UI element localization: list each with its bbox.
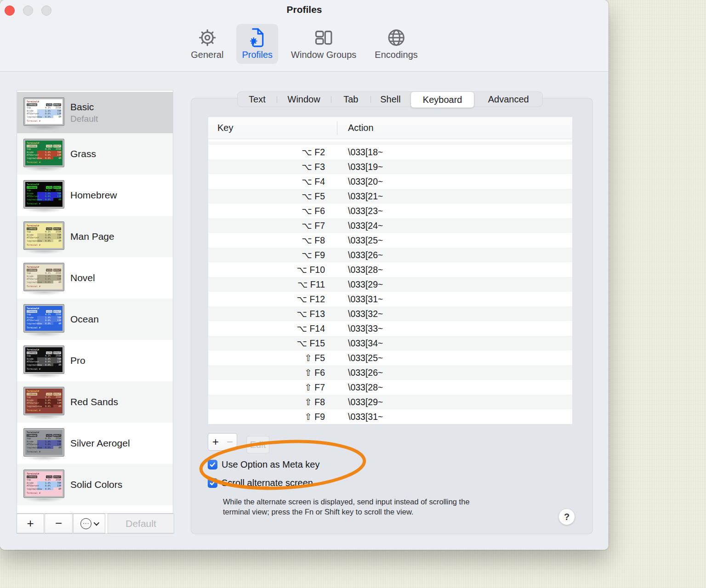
mem-value: 4M — [51, 281, 61, 284]
profile-row-novel[interactable]: Terminal#COMMAND%CPURPRVTtop4.1%231KXcod… — [17, 257, 173, 299]
profile-subtitle: Default — [70, 114, 98, 124]
globe-icon — [386, 27, 407, 49]
profile-row-homebrew[interactable]: Terminal#COMMAND%CPURPRVTtop4.1%231KXcod… — [17, 175, 173, 216]
profile-row-ocean[interactable]: Terminal#COMMAND%CPURPRVTtop4.1%231KXcod… — [17, 299, 173, 340]
keymap-action: \033[24~ — [348, 220, 383, 231]
thumbnail-line: loginwindow0.0%4M — [27, 363, 61, 367]
profile-thumbnail: Terminal#COMMAND%CPURPRVTtop4.1%231KXcod… — [23, 221, 64, 254]
terminal-preview-content: Terminal#COMMAND%CPURPRVTtop4.1%231KXcod… — [25, 430, 63, 455]
keymap-row-⌥F12[interactable]: ⌥ F12\033[31~ — [208, 292, 572, 306]
thumbnail-line: loginwindow0.0%4M — [27, 322, 61, 325]
profile-row-solid-colors[interactable]: Terminal#COMMAND%CPURPRVTtop4.1%231KXcod… — [17, 464, 173, 505]
profile-row-silver-aerogel[interactable]: Terminal#COMMAND%CPURPRVTtop4.1%231KXcod… — [17, 423, 173, 464]
profile-row-red-sands[interactable]: Terminal#COMMAND%CPURPRVTtop4.1%231KXcod… — [17, 381, 173, 423]
keymap-key: ⌥ F4 — [208, 176, 325, 187]
tab-text[interactable]: Text — [238, 92, 277, 107]
keymap-row-⌥F9[interactable]: ⌥ F9\033[26~ — [208, 248, 572, 262]
toolbar-item-encodings[interactable]: Encodings — [369, 24, 423, 64]
scroll-alternate-screen-row: Scroll alternate screen — [208, 478, 313, 488]
toolbar-item-window-groups[interactable]: Window Groups — [285, 24, 362, 64]
keymap-action: \033[19~ — [348, 162, 383, 172]
tab-window[interactable]: Window — [277, 92, 331, 107]
keymap-row-⌥F13[interactable]: ⌥ F13\033[32~ — [208, 306, 572, 321]
thumbnail-line: Terminal # — [27, 450, 61, 453]
profile-tab-bar: TextWindowTabShellKeyboardAdvanced — [237, 91, 543, 107]
keymap-key: ⌥ F15 — [208, 338, 325, 349]
tab-tab[interactable]: Tab — [331, 92, 370, 107]
profile-text: BasicDefault — [70, 102, 98, 124]
add-profile-button[interactable]: + — [17, 514, 44, 533]
keymap-row-⇧F8[interactable]: ⇧ F8\033[29~ — [208, 395, 572, 409]
tab-shell[interactable]: Shell — [370, 92, 410, 107]
keymap-action: \033[28~ — [348, 382, 383, 393]
column-header-action[interactable]: Action — [348, 123, 374, 133]
keymap-action: \033[25~ — [348, 235, 383, 246]
column-header-key[interactable]: Key — [208, 123, 233, 133]
add-key-mapping-button[interactable]: + — [208, 433, 223, 451]
preferences-toolbar: General — [185, 24, 423, 64]
profile-text: Novel — [70, 272, 95, 283]
keymap-action: \033[31~ — [348, 294, 383, 305]
keymap-key: ⌥ F8 — [208, 235, 325, 246]
scroll-alternate-screen-checkbox[interactable] — [208, 478, 217, 488]
terminal-preview-icon: Terminal#COMMAND%CPURPRVTtop4.1%231KXcod… — [23, 263, 64, 291]
tab-keyboard[interactable]: Keyboard — [410, 91, 475, 108]
profile-actions-menu-button[interactable]: ··· — [73, 514, 105, 533]
toolbar-item-general[interactable]: General — [185, 24, 229, 64]
keymap-row-⇧F6[interactable]: ⇧ F6\033[26~ — [208, 365, 572, 380]
mem-value: 4M — [51, 157, 61, 160]
remove-profile-button[interactable]: − — [45, 514, 73, 533]
use-option-as-meta-checkbox[interactable] — [208, 460, 217, 469]
cpu-value: 0.0% — [42, 115, 51, 119]
edit-key-mapping-button[interactable]: Edit — [246, 436, 269, 453]
profile-row-pro[interactable]: Terminal#COMMAND%CPURPRVTtop4.1%231KXcod… — [17, 340, 173, 381]
keymap-key: ⇧ F5 — [208, 353, 325, 363]
cpu-value: 0.0% — [42, 157, 51, 160]
keymap-row-⌥F8[interactable]: ⌥ F8\033[25~ — [208, 233, 572, 248]
profile-row-grass[interactable]: Terminal#COMMAND%CPURPRVTtop4.1%231KXcod… — [17, 133, 173, 175]
toolbar-item-profiles[interactable]: Profiles — [236, 24, 278, 64]
profile-text: Pro — [70, 355, 85, 366]
keymap-row-⌥F5[interactable]: ⌥ F5\033[21~ — [208, 189, 572, 204]
keymap-row-⌥F4[interactable]: ⌥ F4\033[20~ — [208, 174, 572, 189]
profile-name: Grass — [70, 148, 96, 159]
profile-document-icon — [247, 27, 268, 49]
keymap-row-⇧F9[interactable]: ⇧ F9\033[31~ — [208, 409, 572, 424]
keymap-row-⌥F10[interactable]: ⌥ F10\033[28~ — [208, 262, 572, 277]
tab-advanced[interactable]: Advanced — [474, 92, 542, 107]
terminal-preview-content: Terminal#COMMAND%CPURPRVTtop4.1%231KXcod… — [25, 347, 63, 372]
keymap-action: \033[29~ — [348, 397, 383, 407]
keymap-key: ⌥ F6 — [208, 206, 325, 216]
keymap-row-⇧F5[interactable]: ⇧ F5\033[25~ — [208, 351, 572, 365]
profile-name: Silver Aerogel — [70, 438, 130, 449]
profile-row-man-page[interactable]: Terminal#COMMAND%CPURPRVTtop4.1%231KXcod… — [17, 216, 173, 257]
keymap-row-⌥F14[interactable]: ⌥ F14\033[33~ — [208, 321, 572, 336]
cpu-value: 0.0% — [42, 239, 51, 243]
profile-name: Solid Colors — [70, 479, 122, 490]
keymap-row-⌥F3[interactable]: ⌥ F3\033[19~ — [208, 159, 572, 174]
profile-row-basic[interactable]: Terminal#COMMAND%CPURPRVTtop4.1%231KXcod… — [17, 92, 173, 133]
keymap-row-⌥F11[interactable]: ⌥ F11\033[29~ — [208, 277, 572, 292]
thumbnail-reflection — [24, 126, 63, 130]
keymap-key: ⌥ F12 — [208, 294, 325, 305]
terminal-preview-content: Terminal#COMMAND%CPURPRVTtop4.1%231KXcod… — [25, 141, 63, 165]
keymap-row-⌥F7[interactable]: ⌥ F7\033[24~ — [208, 218, 572, 233]
thumbnail-line: Terminal # — [27, 326, 61, 329]
mem-value: 4M — [51, 115, 61, 119]
terminal-preview-icon: Terminal#COMMAND%CPURPRVTtop4.1%231KXcod… — [23, 387, 64, 415]
remove-key-mapping-button[interactable]: − — [223, 433, 237, 451]
keymap-key: ⌥ F3 — [208, 162, 325, 172]
set-default-profile-button[interactable]: Default — [108, 514, 174, 533]
alternate-screen-help-text: While the alternate screen is displayed,… — [223, 497, 535, 517]
keymap-row-⌥F6[interactable]: ⌥ F6\033[23~ — [208, 204, 572, 218]
keymap-row-⇧F7[interactable]: ⇧ F7\033[28~ — [208, 380, 572, 395]
help-button[interactable]: ? — [558, 509, 575, 525]
keymap-row-⌥F15[interactable]: ⌥ F15\033[34~ — [208, 336, 572, 351]
keymap-row-⌥F2[interactable]: ⌥ F2\033[18~ — [208, 145, 572, 159]
thumbnail-line: loginwindow0.0%4M — [27, 115, 61, 119]
process-name: loginwindow — [27, 157, 42, 160]
keymap-action: \033[21~ — [348, 191, 383, 202]
table-header[interactable]: Key Action — [208, 117, 572, 139]
preferences-content: Terminal#COMMAND%CPURPRVTtop4.1%231KXcod… — [0, 72, 609, 550]
process-name: loginwindow — [27, 446, 42, 449]
